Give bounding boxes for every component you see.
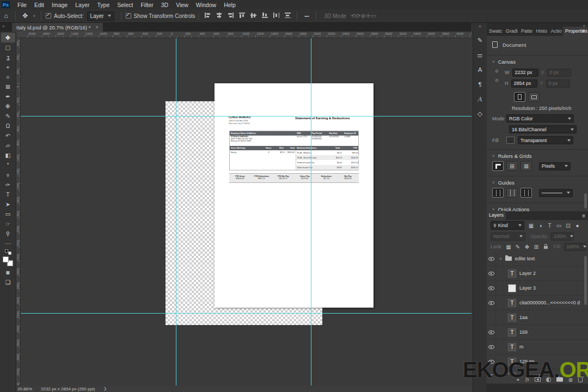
- menu-3d[interactable]: 3D: [157, 2, 172, 8]
- glyphs-panel-icon[interactable]: A: [478, 91, 482, 106]
- home-icon[interactable]: ⌂: [0, 12, 12, 20]
- filter-pixel-layers-icon[interactable]: ▦: [526, 223, 536, 229]
- status-arrow-icon[interactable]: ❯: [103, 387, 107, 391]
- dodge-tool[interactable]: ⌽: [1, 170, 15, 180]
- menu-help[interactable]: Help: [220, 2, 240, 8]
- layers-menu-icon[interactable]: ≡: [582, 213, 585, 219]
- visibility-toggle[interactable]: [487, 252, 496, 266]
- visibility-toggle[interactable]: [487, 281, 496, 295]
- marquee-tool[interactable]: ▢: [1, 42, 15, 52]
- align-center-horizontal-icon[interactable]: [216, 13, 222, 18]
- properties-scrollbar[interactable]: [584, 193, 587, 209]
- more-align-options-icon[interactable]: •••: [301, 14, 313, 19]
- align-top-icon[interactable]: [239, 13, 245, 18]
- libraries-panel-icon[interactable]: ◇: [477, 106, 482, 121]
- default-colors-icon[interactable]: [5, 249, 11, 255]
- distribute-vertical-icon[interactable]: [285, 13, 291, 18]
- eyedropper-tool[interactable]: ✒: [1, 91, 15, 101]
- align-middle-icon[interactable]: [250, 13, 256, 18]
- menu-select[interactable]: Select: [113, 2, 137, 8]
- auto-select-target-dropdown[interactable]: Layer: [87, 11, 114, 21]
- layer-name[interactable]: m: [519, 344, 524, 350]
- guide-horizontal-2[interactable]: [21, 313, 471, 314]
- canvas-area[interactable]: CONGO MOMOKO 168 W 5000 Ave 6768 Salt La…: [21, 38, 471, 385]
- visibility-toggle[interactable]: [487, 340, 496, 354]
- clone-stamp-tool[interactable]: Ω: [1, 121, 15, 131]
- filter-adjustment-layers-icon[interactable]: ◑: [536, 223, 545, 229]
- zoom-tool[interactable]: ⚲: [1, 229, 15, 238]
- layer-name[interactable]: Layer 2: [519, 271, 536, 276]
- layer-row[interactable]: T169: [487, 325, 588, 340]
- brush-settings-panel-icon[interactable]: ✎: [477, 33, 483, 47]
- drag-3d-icon[interactable]: ⊕: [360, 13, 365, 19]
- visibility-toggle[interactable]: [487, 266, 496, 280]
- lock-paint-icon[interactable]: ✎: [513, 244, 523, 250]
- tab-gradients[interactable]: Gradi: [504, 27, 519, 36]
- orientation-landscape-button[interactable]: [528, 92, 540, 102]
- layer-row[interactable]: Tcita0000000...<<<<<<<<0 d: [487, 296, 588, 310]
- text-layer-thumbnail[interactable]: T: [508, 270, 516, 278]
- menu-view[interactable]: View: [172, 2, 192, 8]
- menu-layer[interactable]: Layer: [71, 2, 93, 8]
- ruler-toggle-button[interactable]: [492, 161, 504, 171]
- grid-toggle-button[interactable]: ⊞: [506, 161, 518, 171]
- character-panel-icon[interactable]: A: [478, 62, 482, 77]
- pen-tool[interactable]: ✑: [1, 180, 15, 189]
- orientation-portrait-button[interactable]: [514, 92, 525, 102]
- tab-history[interactable]: Histo: [534, 27, 549, 36]
- layer-row[interactable]: ˅edite text: [487, 252, 588, 266]
- show-transform-checkbox[interactable]: [126, 13, 131, 19]
- guide-style-dropdown[interactable]: [539, 189, 573, 197]
- layer-row[interactable]: Tm: [487, 340, 588, 354]
- tab-patterns[interactable]: Patte: [519, 27, 534, 36]
- layer-name[interactable]: edite text: [515, 256, 535, 261]
- menu-window[interactable]: Window: [192, 2, 220, 8]
- units-dropdown[interactable]: Pixels: [539, 162, 571, 170]
- layers-scrollbar[interactable]: [584, 256, 587, 305]
- align-right-icon[interactable]: [228, 13, 234, 18]
- gradient-tool[interactable]: ◧: [1, 150, 15, 160]
- type-tool[interactable]: T: [1, 189, 15, 199]
- tool-preset-chevron-icon[interactable]: ˅: [33, 14, 35, 18]
- mode-dropdown[interactable]: RGB Color: [506, 114, 574, 122]
- visibility-toggle[interactable]: [487, 325, 496, 339]
- group-expand-icon[interactable]: ˅: [499, 256, 502, 261]
- quick-mask-button[interactable]: ◙: [1, 267, 15, 277]
- path-select-tool[interactable]: ➤: [1, 199, 15, 209]
- menu-edit[interactable]: Edit: [30, 2, 48, 8]
- fill-swatch[interactable]: [506, 137, 514, 144]
- snap-toggle-button[interactable]: ⊠: [520, 161, 532, 171]
- move-tool-icon[interactable]: ✥: [19, 12, 31, 20]
- clone-source-panel-icon[interactable]: ⚌: [477, 47, 482, 62]
- lock-artboard-icon[interactable]: ⊞: [532, 244, 541, 250]
- lock-transparency-icon[interactable]: ▦: [504, 244, 513, 250]
- lasso-tool[interactable]: ʓ: [1, 52, 15, 62]
- camera-3d-icon[interactable]: ▭: [371, 13, 376, 19]
- layer-name[interactable]: 1aa: [519, 315, 528, 320]
- width-field[interactable]: 2232 px: [512, 69, 538, 77]
- lock-guides-button[interactable]: [506, 188, 518, 198]
- move-tool[interactable]: ✥: [1, 33, 15, 42]
- height-field[interactable]: 2854 px: [511, 79, 537, 88]
- crop-tool[interactable]: ⌗: [1, 72, 15, 82]
- orbit-3d-icon[interactable]: ⟲: [351, 13, 356, 19]
- expand-panels-icon[interactable]: «: [479, 24, 481, 29]
- layer-thumbnail[interactable]: [508, 284, 516, 292]
- paragraph-panel-icon[interactable]: ¶: [478, 77, 481, 91]
- visibility-toggle[interactable]: [487, 310, 496, 324]
- zoom-level[interactable]: 20.86%: [17, 387, 32, 391]
- fill-dropdown[interactable]: Transparent: [518, 136, 573, 144]
- document-page[interactable]: CONGO MOMOKO 168 W 5000 Ave 6768 Salt La…: [215, 83, 373, 308]
- layer-row[interactable]: T1aa: [487, 310, 588, 325]
- text-layer-thumbnail[interactable]: T: [508, 343, 516, 351]
- frame-tool[interactable]: ⊠: [1, 82, 15, 91]
- healing-brush-tool[interactable]: ✙: [1, 101, 15, 111]
- horizontal-ruler[interactable]: 2000180016001400120010008006004002000200…: [16, 32, 471, 38]
- link-dimensions-icon[interactable]: [495, 67, 499, 89]
- tab-swatches[interactable]: Swatc: [487, 27, 504, 36]
- layer-name[interactable]: 169: [519, 329, 528, 335]
- text-layer-thumbnail[interactable]: T: [508, 314, 516, 322]
- slide-3d-icon[interactable]: ✛: [366, 13, 371, 19]
- text-layer-thumbnail[interactable]: T: [508, 328, 516, 336]
- layer-filter-dropdown[interactable]: ⚲ Kind: [491, 221, 524, 230]
